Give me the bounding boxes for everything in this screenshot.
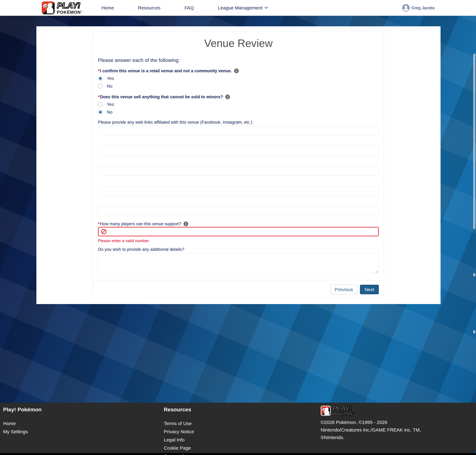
user-menu[interactable]: Greg Jacobs bbox=[402, 4, 435, 12]
player-capacity-field-error bbox=[98, 227, 379, 236]
main-nav: Home Resources FAQ League Management bbox=[101, 5, 267, 11]
question-web-links: Please provide any web links affiliated … bbox=[98, 120, 379, 125]
form-actions: Previous Next bbox=[98, 285, 379, 294]
avatar-icon bbox=[402, 4, 410, 12]
info-icon[interactable]: i bbox=[225, 95, 230, 99]
trainer-silhouette-icon bbox=[48, 3, 52, 7]
form-intro-text: Please answer each of the following: bbox=[98, 57, 379, 63]
radio-label: No bbox=[107, 110, 113, 115]
web-link-input-4[interactable] bbox=[98, 186, 379, 196]
validation-error-message: Please enter a valid number. bbox=[98, 238, 379, 243]
previous-button[interactable]: Previous bbox=[331, 285, 357, 294]
brand-wordmark: PLAY! POKÉMON™ bbox=[333, 405, 355, 416]
footer-column-play-pokemon: Play! Pokémon Home My Settings bbox=[3, 405, 164, 453]
info-icon[interactable]: i bbox=[234, 69, 239, 73]
copyright-line: ©2026 Pokémon. ©1995 - 2026 bbox=[321, 419, 459, 426]
trainer-silhouette-icon bbox=[325, 407, 329, 411]
nav-home[interactable]: Home bbox=[101, 5, 114, 11]
radio-button[interactable] bbox=[98, 76, 103, 81]
footer-column-resources: Resources Terms of Use Privacy Notice Le… bbox=[164, 405, 321, 453]
question-player-capacity: *How many players can this venue support… bbox=[98, 221, 379, 226]
scrollbar-marker[interactable] bbox=[473, 330, 475, 333]
additional-details-wrap bbox=[98, 253, 379, 274]
radio-label: No bbox=[107, 84, 113, 89]
radio-button[interactable] bbox=[98, 110, 103, 114]
radio-option-minors-no[interactable]: No bbox=[98, 110, 379, 114]
brand-play-text: PLAY! bbox=[333, 405, 355, 412]
question-text: *How many players can this venue support… bbox=[98, 221, 181, 226]
top-navigation-bar: PLAY! POKÉMON™ Home Resources FAQ League… bbox=[0, 0, 476, 16]
footer-link-home[interactable]: Home bbox=[3, 421, 164, 426]
footer: Play! Pokémon Home My Settings Resources… bbox=[0, 403, 476, 453]
brand-wordmark: PLAY! POKÉMON™ bbox=[57, 1, 83, 15]
question-text: *I confirm this venue is a retail venue … bbox=[98, 68, 232, 73]
next-button[interactable]: Next bbox=[360, 285, 379, 294]
nav-faq[interactable]: FAQ bbox=[185, 5, 194, 11]
question-additional-details: Do you wish to provide any additional de… bbox=[98, 247, 379, 252]
footer-link-cookie-page[interactable]: Cookie Page bbox=[164, 445, 321, 451]
scrollbar-thumb[interactable] bbox=[473, 54, 475, 229]
play-pokemon-badge-icon bbox=[42, 1, 55, 14]
chevron-down-icon bbox=[265, 5, 268, 9]
radio-option-minors-yes[interactable]: Yes bbox=[98, 102, 379, 107]
player-capacity-input[interactable] bbox=[109, 228, 376, 236]
copyright-line: ®Nintendo. bbox=[321, 434, 459, 441]
required-asterisk: * bbox=[98, 221, 100, 226]
radio-option-retail-no[interactable]: No bbox=[98, 84, 379, 89]
nav-league-management[interactable]: League Management bbox=[218, 5, 267, 11]
venue-review-card: Venue Review Please answer each of the f… bbox=[93, 31, 384, 298]
brand-play-text: PLAY! bbox=[57, 1, 83, 9]
copyright-line: Nintendo/Creatures Inc./GAME FREAK inc. … bbox=[321, 426, 459, 434]
radio-label: Yes bbox=[107, 76, 114, 81]
footer-heading: Resources bbox=[164, 406, 321, 413]
radio-label: Yes bbox=[107, 102, 114, 107]
info-icon[interactable]: i bbox=[184, 221, 188, 226]
web-link-input-2[interactable] bbox=[98, 146, 379, 155]
footer-heading: Play! Pokémon bbox=[3, 406, 164, 413]
pokeball-icon bbox=[43, 4, 48, 8]
content-panel: Venue Review Please answer each of the f… bbox=[36, 26, 441, 304]
copyright-text: ©2026 Pokémon. ©1995 - 2026 Nintendo/Cre… bbox=[321, 419, 459, 441]
trademark-symbol: ™ bbox=[81, 10, 83, 13]
question-retail-venue: *I confirm this venue is a retail venue … bbox=[98, 68, 379, 73]
brand-pokemon-text: POKÉMON™ bbox=[57, 10, 83, 15]
footer-link-my-settings[interactable]: My Settings bbox=[3, 429, 164, 434]
required-asterisk: * bbox=[98, 69, 100, 73]
play-pokemon-badge-icon bbox=[321, 406, 331, 416]
trademark-symbol: ™ bbox=[353, 412, 355, 414]
brand-pokemon-text: POKÉMON™ bbox=[333, 413, 355, 416]
user-name: Greg Jacobs bbox=[411, 6, 435, 10]
additional-details-textarea[interactable] bbox=[98, 253, 379, 274]
page: PLAY! POKÉMON™ Home Resources FAQ League… bbox=[0, 0, 476, 455]
web-link-input-5[interactable] bbox=[98, 207, 379, 216]
blocked-icon bbox=[101, 229, 106, 234]
required-asterisk: * bbox=[98, 95, 100, 99]
web-link-input-1[interactable] bbox=[98, 126, 379, 135]
footer-link-legal-info[interactable]: Legal Info bbox=[164, 437, 321, 443]
scrollbar-marker[interactable] bbox=[473, 273, 475, 276]
radio-option-retail-yes[interactable]: Yes bbox=[98, 76, 379, 81]
radio-button[interactable] bbox=[98, 102, 103, 107]
page-title: Venue Review bbox=[98, 36, 379, 50]
play-pokemon-logo[interactable]: PLAY! POKÉMON™ bbox=[42, 1, 83, 15]
footer-column-legal: PLAY! POKÉMON™ ©2026 Pokémon. ©1995 - 20… bbox=[321, 405, 476, 453]
web-link-input-3[interactable] bbox=[98, 166, 379, 176]
footer-link-terms-of-use[interactable]: Terms of Use bbox=[164, 421, 321, 426]
footer-play-pokemon-logo: PLAY! POKÉMON™ bbox=[321, 405, 476, 416]
radio-button[interactable] bbox=[98, 84, 103, 89]
question-text: *Does this venue sell anything that cann… bbox=[98, 94, 223, 100]
question-sell-to-minors: *Does this venue sell anything that cann… bbox=[98, 94, 379, 100]
footer-link-privacy-notice[interactable]: Privacy Notice bbox=[164, 429, 321, 434]
footer-link-contact-support[interactable]: Contact Support bbox=[164, 454, 321, 455]
nav-resources[interactable]: Resources bbox=[138, 5, 161, 11]
